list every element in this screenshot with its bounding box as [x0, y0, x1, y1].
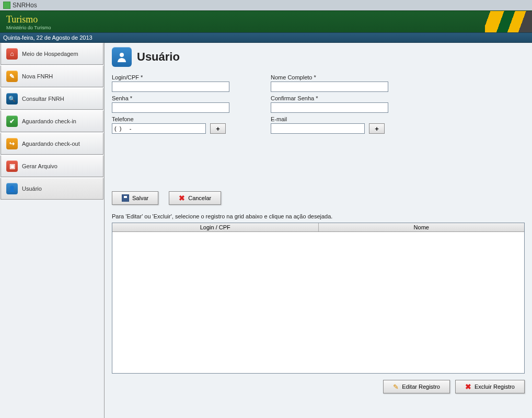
email-label: E-mail	[271, 116, 427, 122]
save-icon	[122, 194, 129, 202]
file-icon: ▣	[6, 160, 18, 172]
sidebar-item-consultar-fnrh[interactable]: 🔍 Consultar FNRH	[1, 88, 103, 110]
grid-hint: Para 'Editar' ou 'Excluir', selecione o …	[112, 213, 525, 219]
page-header: Usuário	[112, 47, 525, 67]
sidebar-item-label: Meio de Hospedagem	[22, 51, 78, 57]
salvar-button[interactable]: Salvar	[112, 191, 158, 205]
pencil-icon: ✎	[393, 383, 399, 391]
app-icon	[3, 2, 10, 9]
grid-header-nome[interactable]: Nome	[319, 223, 525, 231]
header-title: Turismo	[6, 14, 526, 25]
magnifier-icon: 🔍	[6, 93, 18, 104]
grid-header: Login / CPF Nome	[112, 223, 524, 232]
telefone-input[interactable]	[112, 123, 206, 134]
confirmar-senha-input[interactable]	[271, 102, 388, 113]
user-grid: Login / CPF Nome	[112, 223, 525, 374]
user-icon	[112, 47, 132, 67]
window-title: SNRHos	[13, 2, 37, 9]
editar-registro-button[interactable]: ✎ Editar Registro	[383, 380, 450, 393]
date-bar: Quinta-feira, 22 de Agosto de 2013	[0, 32, 532, 43]
telefone-label: Telefone	[112, 116, 269, 122]
sidebar-item-label: Nova FNRH	[22, 73, 53, 79]
house-icon: ⌂	[6, 48, 18, 60]
sidebar-item-aguardando-checkout[interactable]: ↪ Aguardando check-out	[1, 133, 103, 155]
sidebar-item-nova-fnrh[interactable]: ✎ Nova FNRH	[1, 65, 103, 87]
sidebar-item-usuario[interactable]: 👤 Usuário	[1, 178, 103, 200]
sidebar: ⌂ Meio de Hospedagem ✎ Nova FNRH 🔍 Consu…	[0, 43, 105, 418]
sidebar-item-meio-hospedagem[interactable]: ⌂ Meio de Hospedagem	[1, 43, 103, 65]
sidebar-item-label: Aguardando check-out	[22, 141, 80, 147]
pencil-icon: ✎	[6, 71, 18, 82]
header-subtitle: Ministério do Turismo	[6, 25, 526, 30]
senha-label: Senha *	[112, 95, 269, 101]
cancel-icon: ✖	[179, 194, 185, 202]
page-title: Usuário	[137, 50, 180, 64]
sidebar-item-gerar-arquivo[interactable]: ▣ Gerar Arquivo	[1, 155, 103, 177]
grid-header-login[interactable]: Login / CPF	[112, 223, 319, 231]
sidebar-item-label: Consultar FNRH	[22, 96, 64, 102]
nome-input[interactable]	[271, 82, 388, 92]
cancelar-button[interactable]: ✖ Cancelar	[169, 191, 221, 205]
sidebar-item-label: Aguardando check-in	[22, 118, 76, 124]
sidebar-item-label: Gerar Arquivo	[22, 163, 57, 169]
sidebar-item-aguardando-checkin[interactable]: ✔ Aguardando check-in	[1, 110, 103, 132]
user-icon: 👤	[6, 183, 18, 194]
svg-point-0	[120, 53, 124, 57]
login-label: Login/CPF *	[112, 74, 269, 80]
email-input[interactable]	[271, 123, 365, 134]
main-area: ⌂ Meio de Hospedagem ✎ Nova FNRH 🔍 Consu…	[0, 43, 532, 418]
arrow-icon: ↪	[6, 138, 18, 149]
content: Usuário Login/CPF * Nome Completo * Senh…	[105, 43, 532, 418]
grid-body[interactable]	[112, 232, 524, 373]
nome-label: Nome Completo *	[271, 74, 427, 80]
excluir-registro-button[interactable]: ✖ Excluir Registro	[455, 380, 525, 393]
header-flag-decoration	[485, 11, 532, 32]
delete-icon: ✖	[465, 382, 471, 391]
sidebar-item-label: Usuário	[22, 185, 42, 192]
login-input[interactable]	[112, 82, 229, 92]
senha-input[interactable]	[112, 102, 229, 113]
header: Turismo Ministério do Turismo	[0, 10, 532, 32]
confirmar-senha-label: Confirmar Senha *	[271, 95, 427, 101]
check-icon: ✔	[6, 115, 18, 127]
window-titlebar: SNRHos	[0, 0, 532, 10]
add-email-button[interactable]: +	[369, 123, 385, 134]
add-telefone-button[interactable]: +	[210, 123, 226, 134]
